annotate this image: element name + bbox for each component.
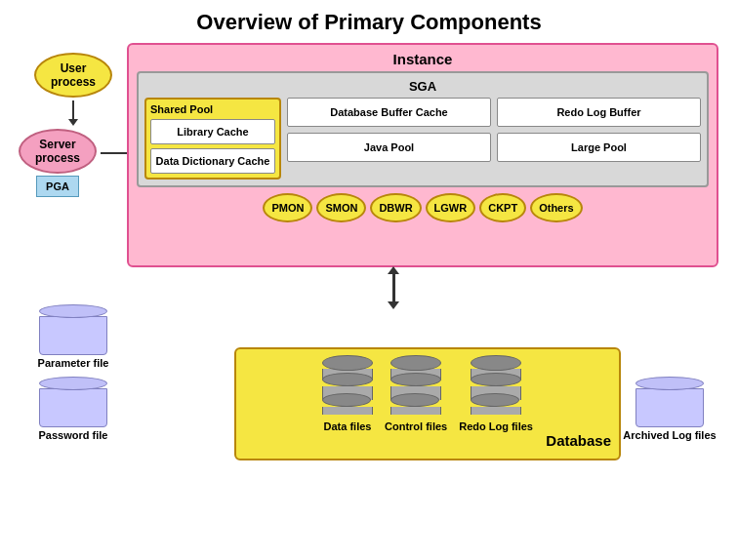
sga-box: SGA Shared Pool Library Cache Data Dicti…: [137, 71, 709, 187]
data-files-cylinder: Data files: [322, 355, 373, 432]
pass-file-label: Password file: [39, 429, 108, 441]
param-cyl-body: [39, 316, 107, 355]
process-dbwr: DBWR: [370, 193, 421, 222]
param-file-label: Parameter file: [38, 357, 109, 369]
shared-pool-box: Shared Pool Library Cache Data Dictionar…: [144, 98, 281, 180]
database-box: Data files Control files: [234, 347, 621, 460]
ctrl-cyl-top: [390, 355, 441, 371]
pass-cyl-top: [39, 377, 107, 390]
shared-pool-label: Shared Pool: [150, 103, 275, 115]
process-others: Others: [530, 193, 582, 222]
param-cyl-top: [39, 304, 107, 318]
server-to-instance-arrow: [101, 152, 128, 154]
cylinders-row: Data files Control files: [322, 355, 533, 432]
process-lgwr: LGWR: [426, 193, 476, 222]
right-files: Archived Log files: [621, 377, 718, 460]
data-cyl-top: [322, 355, 373, 371]
redo-log-files-cylinder: Redo Log files: [459, 355, 533, 432]
pass-cyl-body: [39, 388, 107, 427]
data-files-label: Data files: [324, 420, 372, 432]
sga-label: SGA: [144, 79, 701, 94]
database-label: Database: [546, 432, 611, 449]
user-to-server-arrow: [72, 100, 74, 120]
processes-row: PMON SMON DBWR LGWR CKPT Others: [137, 193, 709, 222]
instance-box: Instance SGA Shared Pool Library Cache D…: [127, 43, 718, 267]
library-cache-box: Library Cache: [150, 119, 275, 144]
redo-cyl-top: [471, 355, 521, 371]
left-files: Parameter file Password file: [20, 304, 127, 460]
large-pool-box: Large Pool: [497, 133, 701, 162]
arch-cyl-body: [636, 388, 704, 427]
data-dict-cache-box: Data Dictionary Cache: [150, 148, 275, 174]
server-process-ellipse: Server process: [19, 129, 97, 174]
pga-box: PGA: [36, 176, 79, 197]
java-pool-box: Java Pool: [287, 133, 491, 162]
archived-log-cylinder: Archived Log files: [623, 377, 716, 441]
control-files-label: Control files: [385, 420, 447, 432]
user-process-ellipse: User process: [34, 53, 112, 98]
parameter-file-cylinder: Parameter file: [38, 304, 109, 369]
instance-to-db-arrow: [392, 273, 395, 302]
page-title: Overview of Primary Components: [196, 10, 541, 35]
redo-log-files-label: Redo Log files: [459, 420, 533, 432]
redo-log-buffer-box: Redo Log Buffer: [497, 98, 701, 127]
instance-label: Instance: [137, 51, 709, 67]
password-file-cylinder: Password file: [39, 377, 108, 441]
process-pmon: PMON: [263, 193, 312, 222]
archived-log-label: Archived Log files: [623, 429, 716, 441]
process-smon: SMON: [316, 193, 366, 222]
db-buffer-cache-box: Database Buffer Cache: [287, 98, 491, 127]
process-ckpt: CKPT: [479, 193, 526, 222]
control-files-cylinder: Control files: [385, 355, 447, 432]
arch-cyl-top: [636, 377, 704, 390]
